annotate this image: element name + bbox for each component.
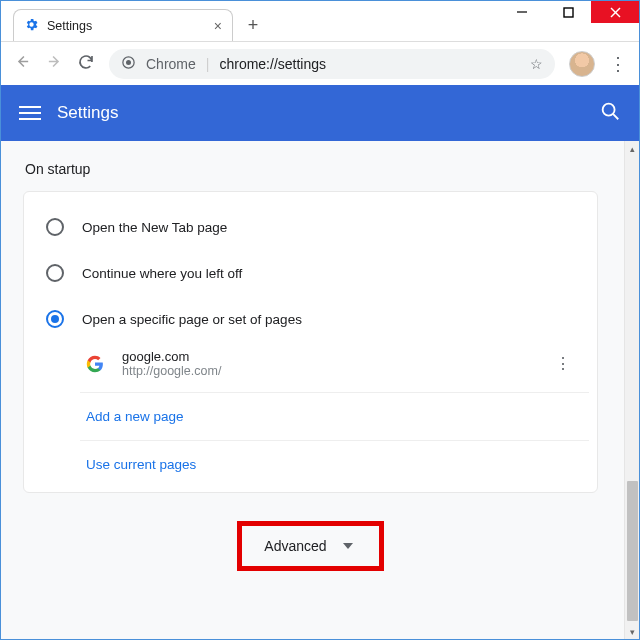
scroll-thumb[interactable] <box>627 481 638 621</box>
chevron-down-icon <box>343 543 353 549</box>
bookmark-star-icon[interactable]: ☆ <box>530 56 543 72</box>
browser-menu-button[interactable]: ⋮ <box>609 53 627 75</box>
radio-icon <box>46 264 64 282</box>
tab-title: Settings <box>47 19 92 33</box>
svg-point-6 <box>603 104 615 116</box>
scrollbar[interactable]: ▴ ▾ <box>624 141 639 639</box>
option-new-tab[interactable]: Open the New Tab page <box>42 208 589 254</box>
omnibox-url: chrome://settings <box>219 56 326 72</box>
option-specific-pages[interactable]: Open a specific page or set of pages <box>42 300 589 338</box>
back-button[interactable] <box>13 53 31 74</box>
minimize-button[interactable] <box>499 1 545 23</box>
svg-line-7 <box>613 114 618 119</box>
startup-pages-sublist: google.com http://google.com/ ⋮ Add a ne… <box>80 338 589 488</box>
search-icon[interactable] <box>599 100 621 126</box>
startup-page-title: google.com <box>122 349 221 364</box>
svg-rect-1 <box>564 8 573 17</box>
profile-avatar[interactable] <box>569 51 595 77</box>
radio-icon <box>46 218 64 236</box>
advanced-label: Advanced <box>264 538 326 554</box>
forward-button[interactable] <box>45 53 63 74</box>
reload-button[interactable] <box>77 53 95 75</box>
toolbar: Chrome | chrome://settings ☆ ⋮ <box>1 41 639 85</box>
section-heading-startup: On startup <box>25 161 598 177</box>
content-area: ▴ ▾ On startup Open the New Tab page Con… <box>1 141 639 639</box>
option-label: Open the New Tab page <box>82 220 227 235</box>
window-caption-buttons <box>499 1 639 23</box>
google-favicon <box>86 355 104 373</box>
hamburger-menu-icon[interactable] <box>19 102 41 124</box>
startup-page-url: http://google.com/ <box>122 364 221 378</box>
close-tab-icon[interactable]: × <box>214 18 222 34</box>
option-continue[interactable]: Continue where you left off <box>42 254 589 300</box>
settings-header: Settings <box>1 85 639 141</box>
option-label: Open a specific page or set of pages <box>82 312 302 327</box>
site-info-icon[interactable] <box>121 55 136 73</box>
new-tab-button[interactable]: + <box>239 11 267 39</box>
startup-card: Open the New Tab page Continue where you… <box>23 191 598 493</box>
gear-icon <box>24 17 39 35</box>
page-row-menu-button[interactable]: ⋮ <box>543 354 583 373</box>
maximize-button[interactable] <box>545 1 591 23</box>
advanced-toggle[interactable]: Advanced <box>237 521 383 571</box>
omnibox-prefix: Chrome <box>146 56 196 72</box>
startup-page-row: google.com http://google.com/ ⋮ <box>80 339 589 393</box>
radio-icon-checked <box>46 310 64 328</box>
address-bar[interactable]: Chrome | chrome://settings ☆ <box>109 49 555 79</box>
scroll-up-button[interactable]: ▴ <box>625 141 639 156</box>
scroll-down-button[interactable]: ▾ <box>625 624 639 639</box>
add-new-page-link[interactable]: Add a new page <box>80 393 589 441</box>
tab-settings[interactable]: Settings × <box>13 9 233 41</box>
svg-point-5 <box>126 60 131 65</box>
close-window-button[interactable] <box>591 1 639 23</box>
page-title: Settings <box>57 103 118 123</box>
option-label: Continue where you left off <box>82 266 242 281</box>
omnibox-separator: | <box>206 56 210 72</box>
use-current-pages-link[interactable]: Use current pages <box>80 441 589 488</box>
